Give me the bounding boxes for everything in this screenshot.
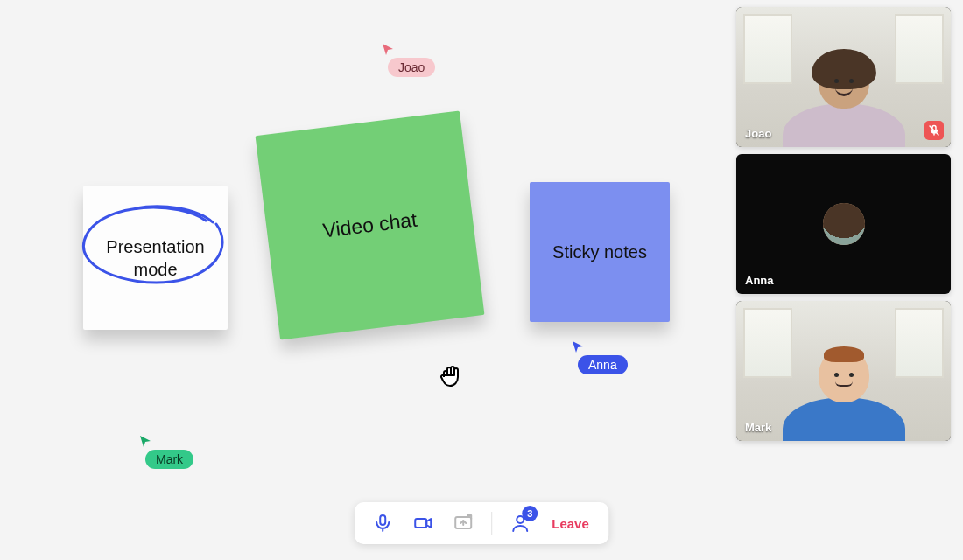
avatar [823, 203, 865, 245]
camera-icon [412, 513, 433, 534]
svg-rect-1 [415, 519, 426, 528]
leave-button[interactable]: Leave [548, 516, 593, 531]
collaborator-cursor-joao: Joao [381, 42, 435, 77]
participant-count-badge: 3 [522, 506, 538, 522]
video-thumbnail [736, 301, 951, 441]
video-tile-joao[interactable]: Joao [736, 7, 951, 147]
mic-muted-icon [924, 121, 944, 140]
sticky-note-video-chat[interactable]: Video chat [256, 111, 485, 340]
video-thumbnail [736, 7, 951, 147]
sticky-note-text: Video chat [321, 208, 418, 243]
collaborator-cursor-mark: Mark [138, 434, 193, 469]
screenshare-icon [453, 513, 474, 534]
video-panel: Joao Anna Mark [736, 7, 951, 441]
microphone-icon [372, 513, 393, 534]
toolbar-divider [491, 512, 492, 535]
video-tile-mark[interactable]: Mark [736, 301, 951, 441]
sticky-note-text: Presentation mode [106, 235, 204, 281]
video-tile-name: Anna [745, 274, 774, 287]
video-tile-anna[interactable]: Anna [736, 154, 951, 294]
sticky-note-text: Sticky notes [552, 242, 647, 262]
cursor-label: Joao [388, 58, 435, 77]
cursor-arrow-icon [571, 340, 585, 354]
call-toolbar: 3 Leave [355, 502, 608, 544]
microphone-button[interactable] [370, 511, 395, 536]
camera-button[interactable] [411, 511, 435, 536]
svg-rect-0 [380, 515, 385, 525]
sticky-note-sticky-notes[interactable]: Sticky notes [530, 182, 670, 322]
participants-button[interactable]: 3 [508, 511, 532, 536]
cursor-arrow-icon [381, 42, 395, 56]
screenshare-button[interactable] [451, 511, 475, 536]
cursor-arrow-icon [138, 434, 152, 448]
cursor-label: Mark [145, 450, 193, 469]
sticky-note-presentation[interactable]: Presentation mode [83, 186, 228, 330]
cursor-label: Anna [578, 355, 628, 374]
video-tile-name: Joao [745, 127, 771, 140]
grab-hand-icon [437, 361, 467, 391]
video-tile-name: Mark [745, 421, 771, 434]
collaborator-cursor-anna: Anna [571, 340, 628, 374]
